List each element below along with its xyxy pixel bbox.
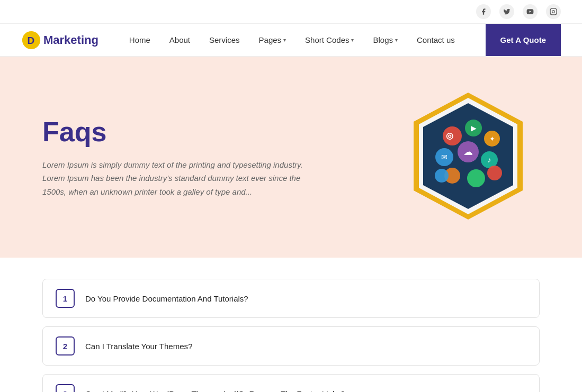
nav-item-contact[interactable]: Contact us bbox=[407, 24, 464, 56]
svg-text:◎: ◎ bbox=[446, 131, 453, 140]
youtube-icon[interactable] bbox=[523, 4, 538, 19]
faq-number-1: 1 bbox=[56, 289, 75, 308]
top-bar bbox=[0, 0, 582, 24]
hero-description: Lorem Ipsum is simply dummy text of the … bbox=[42, 158, 318, 199]
logo[interactable]: D Marketing bbox=[21, 30, 99, 50]
svg-point-17 bbox=[487, 166, 502, 180]
svg-text:D: D bbox=[27, 34, 34, 45]
svg-point-18 bbox=[435, 169, 449, 183]
faq-question-3: Can I Modify Your WordPress Themes And/O… bbox=[85, 389, 345, 393]
hero-text-block: Faqs Lorem Ipsum is simply dummy text of… bbox=[42, 116, 318, 199]
nav-item-about[interactable]: About bbox=[160, 24, 200, 56]
instagram-icon[interactable] bbox=[546, 4, 561, 19]
page-title: Faqs bbox=[42, 116, 318, 148]
chevron-down-icon: ▾ bbox=[283, 37, 286, 43]
svg-text:☁: ☁ bbox=[463, 147, 473, 157]
twitter-icon[interactable] bbox=[499, 4, 514, 19]
nav-item-home[interactable]: Home bbox=[120, 24, 160, 56]
chevron-down-icon: ▾ bbox=[351, 37, 354, 43]
main-nav: Home About Services Pages ▾ Short Codes … bbox=[120, 24, 464, 56]
faq-question-2: Can I Translate Your Themes? bbox=[85, 342, 192, 351]
svg-text:✉: ✉ bbox=[441, 153, 447, 161]
chevron-down-icon: ▾ bbox=[395, 37, 398, 43]
svg-text:▶: ▶ bbox=[471, 124, 477, 132]
svg-rect-1 bbox=[550, 8, 557, 15]
nav-item-blogs[interactable]: Blogs ▾ bbox=[363, 24, 407, 56]
nav-item-shortcodes[interactable]: Short Codes ▾ bbox=[296, 24, 363, 56]
svg-text:♪: ♪ bbox=[488, 156, 491, 164]
faq-section: 1 Do You Provide Documentation And Tutor… bbox=[0, 258, 582, 392]
facebook-icon[interactable] bbox=[476, 4, 491, 19]
svg-text:✦: ✦ bbox=[489, 135, 495, 143]
get-quote-button[interactable]: Get A Quote bbox=[486, 24, 561, 56]
faq-number-2: 2 bbox=[56, 336, 75, 355]
faq-item-3[interactable]: 3 Can I Modify Your WordPress Themes And… bbox=[42, 374, 540, 392]
faq-number-3: 3 bbox=[56, 384, 75, 392]
hero-section: Faqs Lorem Ipsum is simply dummy text of… bbox=[0, 57, 582, 258]
svg-point-16 bbox=[467, 169, 485, 187]
nav-item-pages[interactable]: Pages ▾ bbox=[249, 24, 296, 56]
faq-question-1: Do You Provide Documentation And Tutoria… bbox=[85, 294, 248, 303]
faq-item-1[interactable]: 1 Do You Provide Documentation And Tutor… bbox=[42, 279, 540, 318]
hero-image: ◎ ▶ ✦ ✉ ☁ ♪ bbox=[402, 88, 540, 226]
faq-item-2[interactable]: 2 Can I Translate Your Themes? bbox=[42, 326, 540, 366]
header: D Marketing Home About Services Pages ▾ … bbox=[0, 24, 582, 57]
nav-item-services[interactable]: Services bbox=[200, 24, 249, 56]
logo-text: Marketing bbox=[43, 33, 99, 47]
